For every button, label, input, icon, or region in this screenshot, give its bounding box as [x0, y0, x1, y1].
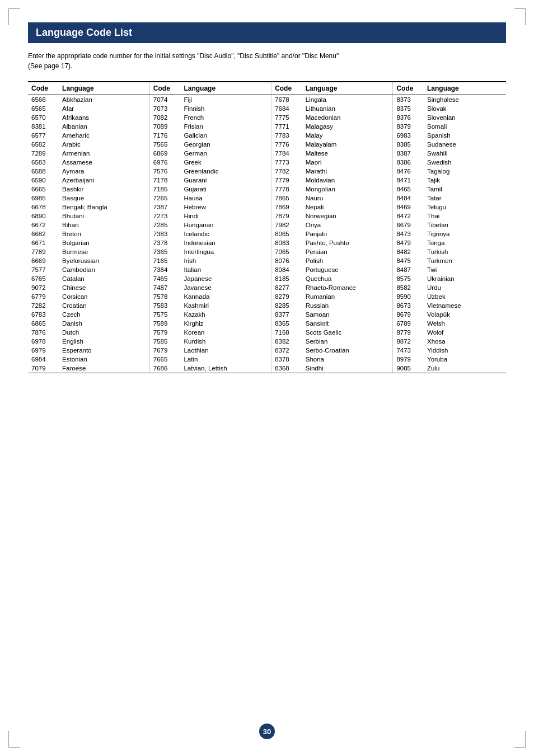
lang-name: Uzbek: [424, 292, 506, 301]
table-row: 6583Assamese6976Greek7773Maori8386Swedis…: [28, 158, 506, 167]
table-row: 8381Albanian7089Frisian7771Malagasy8379S…: [28, 122, 506, 131]
lang-code: 7686: [149, 364, 180, 373]
table-row: 6669Byelorussian7165Irish8076Polish8475T…: [28, 256, 506, 265]
lang-name: Dutch: [59, 328, 141, 337]
lang-name: Spanish: [424, 131, 506, 140]
lang-code: 7585: [149, 337, 180, 346]
lang-code: 7089: [149, 122, 180, 131]
lang-code: 8375: [393, 104, 424, 113]
lang-name: Singhalese: [424, 95, 506, 105]
lang-name: Malagasy: [302, 122, 385, 131]
lang-name: Faroese: [59, 364, 141, 373]
lang-code: 9072: [28, 283, 59, 292]
lang-name: Lithuanian: [302, 104, 385, 113]
lang-code: 8382: [271, 337, 302, 346]
lang-name: Corsican: [59, 292, 141, 301]
lang-name: Tatar: [424, 194, 506, 203]
lang-code: 7465: [149, 274, 180, 283]
lang-code: 7583: [149, 301, 180, 310]
lang-name: Greenlandic: [180, 167, 263, 176]
lang-code: 7783: [271, 131, 302, 140]
lang-code: 8679: [393, 310, 424, 319]
table-row: 7289Armenian6869German7784Maltese8387Swa…: [28, 149, 506, 158]
lang-name: Tonga: [424, 238, 506, 247]
lang-name: Marathi: [302, 167, 385, 176]
lang-code: 6565: [28, 104, 59, 113]
lang-name: Sanskrit: [302, 319, 385, 328]
lang-code: 8582: [393, 283, 424, 292]
lang-code: 8472: [393, 212, 424, 220]
lang-code: 8185: [271, 274, 302, 283]
lang-name: Scots Gaelic: [302, 328, 385, 337]
lang-name: Azerbaijani: [59, 176, 141, 185]
lang-name: Chinese: [59, 283, 141, 292]
lang-code: 8372: [271, 346, 302, 355]
lang-code: 7285: [149, 220, 180, 229]
lang-name: Burmese: [59, 247, 141, 256]
table-row: 7577Cambodian7384Italian8084Portuguese84…: [28, 265, 506, 274]
lang-code: 7782: [271, 167, 302, 176]
lang-code: 8387: [393, 149, 424, 158]
lang-code: 7876: [28, 328, 59, 337]
lang-name: Welsh: [424, 319, 506, 328]
lang-name: Icelandic: [180, 229, 263, 238]
lang-code: 7778: [271, 185, 302, 194]
lang-name: Italian: [180, 265, 263, 274]
lang-code: 7577: [28, 265, 59, 274]
lang-code: 6583: [28, 158, 59, 167]
lang-name: Bashkir: [59, 185, 141, 194]
lang-code: 6582: [28, 140, 59, 149]
lang-code: 6672: [28, 220, 59, 229]
lang-name: Slovak: [424, 104, 506, 113]
lang-name: Somali: [424, 122, 506, 131]
table-row: 6678Bengali; Bangla7387Hebrew7869Nepali8…: [28, 203, 506, 212]
lang-name: Malay: [302, 131, 385, 140]
header-lang-2: Language: [180, 82, 263, 95]
lang-code: 7383: [149, 229, 180, 238]
page-title: Language Code List: [28, 22, 506, 43]
lang-code: 7579: [149, 328, 180, 337]
lang-code: 6984: [28, 355, 59, 364]
lang-code: 6566: [28, 95, 59, 105]
lang-name: French: [180, 113, 263, 122]
lang-code: 8673: [393, 301, 424, 310]
lang-name: Russian: [302, 301, 385, 310]
lang-name: Malayalam: [302, 140, 385, 149]
lang-code: 7176: [149, 131, 180, 140]
lang-code: 7365: [149, 247, 180, 256]
lang-code: 6869: [149, 149, 180, 158]
lang-name: Yiddish: [424, 346, 506, 355]
lang-name: Nauru: [302, 194, 385, 203]
table-row: 6765Catalan7465Japanese8185Quechua8575Uk…: [28, 274, 506, 283]
lang-name: Bhutani: [59, 212, 141, 220]
lang-code: 7178: [149, 176, 180, 185]
lang-code: 8083: [271, 238, 302, 247]
intro-text: Enter the appropriate code number for th…: [28, 51, 506, 71]
lang-code: 6985: [28, 194, 59, 203]
table-row: 7876Dutch7579Korean7168Scots Gaelic8779W…: [28, 328, 506, 337]
table-row: 6671Bulgarian7378Indonesian8083Pashto, P…: [28, 238, 506, 247]
lang-name: Macedonian: [302, 113, 385, 122]
lang-code: 8376: [393, 113, 424, 122]
lang-name: Norwegian: [302, 212, 385, 220]
lang-code: 6577: [28, 131, 59, 140]
lang-code: 8385: [393, 140, 424, 149]
lang-code: 8979: [393, 355, 424, 364]
lang-code: 8590: [393, 292, 424, 301]
lang-name: Hungarian: [180, 220, 263, 229]
lang-name: Sindhi: [302, 364, 385, 373]
table-row: 9072Chinese7487Javanese8277Rhaeto-Romanc…: [28, 283, 506, 292]
lang-code: 7265: [149, 194, 180, 203]
lang-name: Tajik: [424, 176, 506, 185]
lang-code: 8379: [393, 122, 424, 131]
lang-name: English: [59, 337, 141, 346]
page-footer: 30: [259, 724, 275, 739]
lang-code: 8469: [393, 203, 424, 212]
table-row: 6682Breton7383Icelandic8065Panjabi8473Ti…: [28, 229, 506, 238]
lang-code: 8476: [393, 167, 424, 176]
lang-name: Assamese: [59, 158, 141, 167]
lang-code: 8279: [271, 292, 302, 301]
lang-code: 7079: [28, 364, 59, 373]
lang-code: 8378: [271, 355, 302, 364]
table-row: 6565Afar7073Finnish7684Lithuanian8375Slo…: [28, 104, 506, 113]
